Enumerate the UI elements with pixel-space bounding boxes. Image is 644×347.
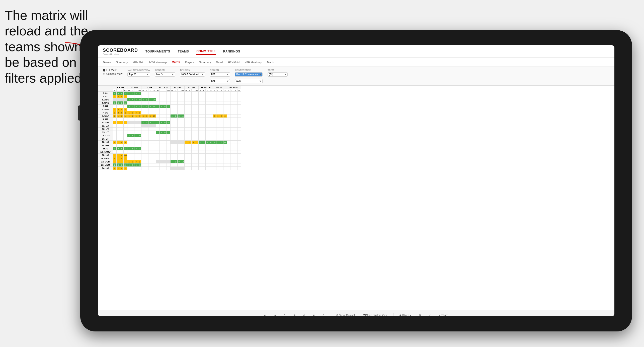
radio-compact-view[interactable]: Compact View (103, 73, 122, 75)
nav-tournaments[interactable]: TOURNAMENTS (145, 48, 170, 54)
matrix-cell (199, 92, 202, 95)
matrix-cell (141, 124, 145, 128)
matrix-cell (206, 98, 209, 101)
matrix-cell (220, 131, 223, 134)
matrix-cell: 1 (160, 105, 163, 108)
subnav-h2h-heatmap2[interactable]: H2H Heatmap (245, 60, 262, 65)
sub-d3: Dif (152, 89, 156, 92)
filter-gender-select[interactable]: Men's Women's (155, 72, 175, 77)
filter-conference-label: Conference (235, 69, 263, 71)
matrix-cell (223, 124, 227, 128)
toolbar-expand[interactable]: ⤢ (427, 313, 433, 316)
matrix-cell (145, 92, 148, 95)
matrix-cell: 0 (206, 141, 209, 144)
subnav-h2h-grid2[interactable]: H2H Grid (228, 60, 239, 65)
matrix-cell (148, 124, 152, 128)
filter-team-select[interactable]: (All) (268, 72, 288, 77)
matrix-cell (174, 137, 177, 141)
sub-d4: Dif (167, 89, 170, 92)
filter-region-select2[interactable]: N/A (210, 79, 230, 83)
toolbar-share[interactable]: ↗ Share (437, 313, 450, 316)
table-row: 13. UT22012 (98, 131, 241, 134)
matrix-cell: 36 (124, 101, 127, 105)
matrix-cell (138, 101, 141, 105)
matrix-cell (181, 131, 184, 134)
matrix-cell: 2 (184, 141, 188, 144)
matrix-cell (170, 147, 174, 150)
subnav-h2h-heatmap[interactable]: H2H Heatmap (149, 60, 167, 65)
sub-w5: W (170, 89, 174, 92)
subnav-teams[interactable]: Teams (103, 60, 111, 65)
filter-gender-label: Gender (155, 69, 175, 71)
matrix-cell (177, 111, 181, 114)
nav-teams[interactable]: TEAMS (178, 48, 189, 54)
matrix-cell (206, 144, 209, 147)
matrix-cell (206, 131, 209, 134)
toolbar-refresh[interactable]: ⟳ (282, 313, 288, 316)
toolbar-redo[interactable]: ↪ (272, 313, 278, 316)
toolbar-watch[interactable]: ◉ Watch ▾ (397, 313, 413, 316)
nav-rankings[interactable]: RANKINGS (223, 48, 240, 54)
subnav-matrix2[interactable]: Matrix (267, 60, 275, 65)
toolbar-zoom-in[interactable]: ⊕ (291, 313, 297, 316)
radio-full-view[interactable]: Full View (103, 69, 122, 72)
matrix-cell (223, 98, 227, 101)
matrix-cell (213, 150, 216, 154)
toolbar-options[interactable]: ⚙ (417, 313, 423, 316)
toolbar-fit[interactable]: = (311, 313, 316, 316)
matrix-area[interactable]: 3. ASU 10. UW 11. UA 22. UCB 24. UO 27. … (98, 86, 614, 310)
filter-conference-select2[interactable]: (All) (235, 79, 263, 83)
matrix-cell: 80 (138, 98, 141, 101)
matrix-cell: 0 (117, 163, 120, 167)
matrix-cell: 1 (113, 154, 117, 157)
matrix-cell (206, 111, 209, 114)
toolbar-undo[interactable]: ↩ (262, 313, 268, 316)
subnav-matrix[interactable]: Matrix (172, 59, 180, 65)
matrix-cell (152, 92, 156, 95)
toolbar-view-original[interactable]: 👁 View: Original (334, 313, 357, 316)
subnav-detail[interactable]: Detail (216, 60, 223, 65)
matrix-cell (213, 92, 216, 95)
matrix-cell (184, 108, 188, 111)
subnav-summary2[interactable]: Summary (199, 60, 211, 65)
toolbar-save-custom[interactable]: 💾 Save Custom View (361, 313, 389, 316)
subnav-summary[interactable]: Summary (116, 60, 128, 65)
matrix-cell (181, 128, 184, 131)
matrix-cell (220, 121, 223, 124)
matrix-cell (202, 98, 206, 101)
filter-region-select[interactable]: N/A East West (210, 72, 230, 77)
matrix-cell (234, 144, 237, 147)
matrix-cell: 1 (141, 121, 145, 124)
matrix-cell (230, 95, 234, 98)
matrix-cell (174, 131, 177, 134)
nav-committee[interactable]: COMMITTEE (196, 48, 216, 55)
matrix-cell (160, 134, 163, 137)
matrix-cell (167, 137, 170, 141)
matrix-cell (209, 154, 213, 157)
matrix-cell (209, 108, 213, 111)
matrix-cell (127, 157, 131, 160)
toolbar-reset[interactable]: ⟲ (320, 313, 326, 316)
subnav-h2h-grid[interactable]: H2H Grid (133, 60, 144, 65)
matrix-cell (202, 144, 206, 147)
subnav-players[interactable]: Players (185, 60, 194, 65)
filter-max-teams-select[interactable]: Top 25 Top 50 All (127, 72, 150, 77)
filter-division: Division NCAA Division I NCAA Division I… (180, 69, 205, 77)
matrix-cell (202, 118, 206, 121)
filter-conference-select[interactable]: Pac-12 Conference (All) (235, 72, 263, 77)
matrix-cell: 2 (156, 131, 160, 134)
matrix-cell: 2 (160, 131, 163, 134)
matrix-cell (237, 134, 241, 137)
matrix-cell (138, 118, 141, 121)
matrix-cell (170, 154, 174, 157)
sub-w7: W (199, 89, 202, 92)
matrix-cell (223, 150, 227, 154)
matrix-cell (160, 144, 163, 147)
matrix-cell (131, 101, 134, 105)
matrix-cell (152, 118, 156, 121)
matrix-cell (216, 160, 220, 163)
matrix-cell: 0 (131, 105, 134, 108)
toolbar-zoom-out[interactable]: ⊖ (301, 313, 307, 316)
filter-division-select[interactable]: NCAA Division I NCAA Division II NCAA Di… (180, 72, 205, 77)
matrix-cell (191, 154, 195, 157)
